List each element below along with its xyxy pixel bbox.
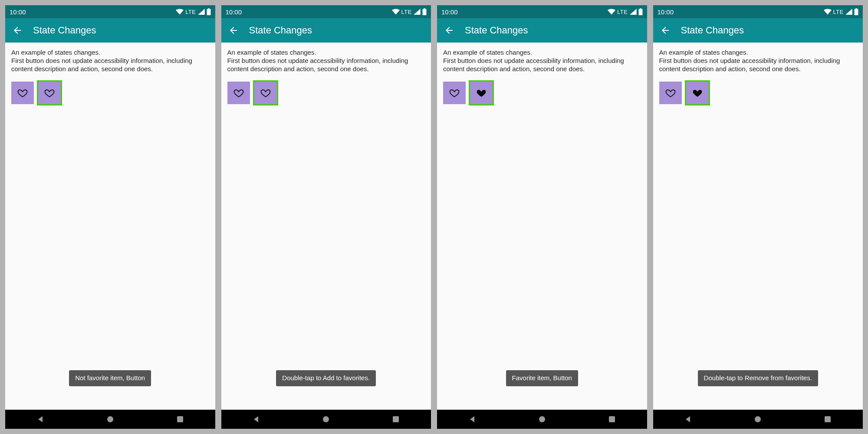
signal-icon: [198, 9, 205, 15]
button-row: [11, 82, 209, 104]
navigation-bar: [5, 410, 215, 429]
heart-outline-icon: [449, 88, 460, 98]
content-area: An example of states changes.First butto…: [221, 43, 431, 410]
nav-home-button[interactable]: [533, 410, 552, 429]
svg-point-14: [755, 416, 761, 422]
nav-home-button[interactable]: [748, 410, 767, 429]
svg-rect-8: [638, 9, 642, 15]
toast-message: Not favorite item, Button: [69, 370, 151, 386]
favorite-button-1[interactable]: [227, 82, 250, 104]
heart-outline-icon: [17, 88, 28, 98]
wifi-icon: [824, 9, 832, 15]
back-icon[interactable]: [228, 25, 239, 36]
svg-point-6: [323, 416, 329, 422]
svg-point-10: [539, 416, 545, 422]
heart-outline-icon: [233, 88, 244, 98]
heart-outline-icon: [44, 88, 55, 98]
screen-1: 10:00 LTE State Changes An example of st…: [5, 5, 215, 429]
app-title: State Changes: [249, 25, 312, 36]
wifi-icon: [608, 9, 615, 15]
nav-back-button[interactable]: [247, 410, 266, 429]
status-icons: LTE: [608, 8, 642, 15]
wifi-icon: [176, 9, 184, 15]
nav-back-button[interactable]: [678, 410, 697, 429]
heart-outline-icon: [665, 88, 676, 98]
nav-back-button[interactable]: [463, 410, 482, 429]
screen-2: 10:00 LTE State Changes An example of st…: [221, 5, 431, 429]
toast-message: Double-tap to Remove from favorites.: [698, 370, 818, 386]
favorite-button-1[interactable]: [659, 82, 682, 104]
app-bar: State Changes: [221, 18, 431, 43]
svg-rect-3: [177, 416, 183, 422]
status-bar: 10:00 LTE: [5, 5, 215, 18]
app-bar: State Changes: [5, 18, 215, 43]
back-icon[interactable]: [660, 25, 671, 36]
button-row: [659, 82, 857, 104]
nav-recent-button[interactable]: [602, 410, 621, 429]
network-label: LTE: [617, 9, 628, 15]
navigation-bar: [221, 410, 431, 429]
network-label: LTE: [833, 9, 844, 15]
battery-icon: [207, 8, 211, 15]
content-area: An example of states changes.First butto…: [653, 43, 863, 410]
status-bar: 10:00 LTE: [437, 5, 647, 18]
svg-rect-11: [609, 416, 615, 422]
toast-container: Double-tap to Add to favorites.: [221, 370, 431, 386]
status-time: 10:00: [226, 8, 392, 16]
status-time: 10:00: [441, 8, 608, 16]
wifi-icon: [392, 9, 400, 15]
button-row: [227, 82, 425, 104]
app-title: State Changes: [465, 25, 528, 36]
svg-rect-0: [207, 9, 210, 15]
favorite-button-2[interactable]: [254, 82, 277, 104]
status-bar: 10:00 LTE: [653, 5, 863, 18]
signal-icon: [414, 9, 421, 15]
status-time: 10:00: [658, 8, 824, 16]
nav-recent-button[interactable]: [386, 410, 405, 429]
battery-icon: [422, 8, 427, 15]
svg-rect-1: [208, 8, 210, 9]
favorite-button-1[interactable]: [11, 82, 34, 104]
svg-rect-7: [393, 416, 399, 422]
navigation-bar: [437, 410, 647, 429]
status-icons: LTE: [392, 8, 427, 15]
app-bar: State Changes: [437, 18, 647, 43]
back-icon[interactable]: [12, 25, 23, 36]
nav-recent-button[interactable]: [818, 410, 837, 429]
battery-icon: [638, 8, 643, 15]
content-area: An example of states changes.First butto…: [5, 43, 215, 410]
toast-message: Favorite item, Button: [506, 370, 578, 386]
nav-recent-button[interactable]: [171, 410, 190, 429]
svg-rect-4: [423, 9, 427, 15]
app-title: State Changes: [681, 25, 744, 36]
svg-rect-5: [424, 8, 425, 9]
screen-4: 10:00 LTE State Changes An example of st…: [653, 5, 863, 429]
status-icons: LTE: [176, 8, 210, 15]
description-text: An example of states changes.First butto…: [659, 49, 857, 73]
svg-rect-13: [855, 8, 857, 9]
favorite-button-2[interactable]: [38, 82, 61, 104]
nav-back-button[interactable]: [31, 410, 50, 429]
description-text: An example of states changes.First butto…: [227, 49, 425, 73]
toast-container: Double-tap to Remove from favorites.: [653, 370, 863, 386]
heart-filled-icon: [692, 88, 703, 98]
favorite-button-2[interactable]: [470, 82, 493, 104]
status-icons: LTE: [824, 8, 858, 15]
toast-container: Favorite item, Button: [437, 370, 647, 386]
favorite-button-1[interactable]: [443, 82, 466, 104]
navigation-bar: [653, 410, 863, 429]
svg-rect-12: [855, 9, 858, 15]
svg-rect-15: [825, 416, 831, 422]
nav-home-button[interactable]: [101, 410, 120, 429]
back-icon[interactable]: [444, 25, 454, 36]
battery-icon: [854, 8, 858, 15]
content-area: An example of states changes.First butto…: [437, 43, 647, 410]
heart-filled-icon: [476, 88, 487, 98]
favorite-button-2[interactable]: [686, 82, 709, 104]
button-row: [443, 82, 641, 104]
nav-home-button[interactable]: [316, 410, 335, 429]
svg-point-2: [107, 416, 113, 422]
toast-message: Double-tap to Add to favorites.: [276, 370, 376, 386]
description-text: An example of states changes.First butto…: [11, 49, 209, 73]
network-label: LTE: [401, 9, 412, 15]
